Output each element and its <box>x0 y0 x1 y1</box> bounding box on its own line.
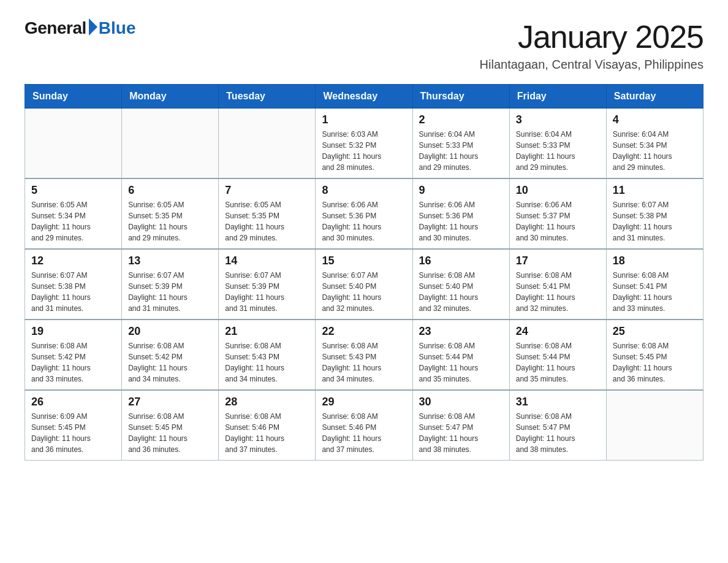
calendar-cell: 15Sunrise: 6:07 AM Sunset: 5:40 PM Dayli… <box>316 249 412 320</box>
day-number: 13 <box>128 255 212 267</box>
calendar-cell: 28Sunrise: 6:08 AM Sunset: 5:46 PM Dayli… <box>219 390 316 461</box>
day-number: 29 <box>322 396 406 408</box>
day-number: 26 <box>31 396 115 408</box>
calendar-cell: 25Sunrise: 6:08 AM Sunset: 5:45 PM Dayli… <box>606 320 703 390</box>
day-info: Sunrise: 6:08 AM Sunset: 5:40 PM Dayligh… <box>419 270 503 314</box>
day-number: 19 <box>31 325 115 338</box>
column-header-monday: Monday <box>122 85 219 109</box>
day-info: Sunrise: 6:06 AM Sunset: 5:36 PM Dayligh… <box>322 199 406 243</box>
day-info: Sunrise: 6:07 AM Sunset: 5:39 PM Dayligh… <box>128 270 212 314</box>
day-number: 1 <box>322 113 406 126</box>
day-number: 23 <box>419 325 503 338</box>
calendar-cell: 22Sunrise: 6:08 AM Sunset: 5:43 PM Dayli… <box>316 320 412 390</box>
column-header-thursday: Thursday <box>412 85 509 109</box>
day-info: Sunrise: 6:04 AM Sunset: 5:33 PM Dayligh… <box>516 129 600 173</box>
day-number: 2 <box>419 113 503 126</box>
day-info: Sunrise: 6:06 AM Sunset: 5:36 PM Dayligh… <box>419 199 503 243</box>
day-info: Sunrise: 6:08 AM Sunset: 5:47 PM Dayligh… <box>516 411 600 455</box>
calendar-cell: 9Sunrise: 6:06 AM Sunset: 5:36 PM Daylig… <box>412 178 509 249</box>
calendar-cell: 11Sunrise: 6:07 AM Sunset: 5:38 PM Dayli… <box>606 178 703 249</box>
day-info: Sunrise: 6:07 AM Sunset: 5:40 PM Dayligh… <box>322 270 406 314</box>
day-number: 25 <box>613 325 697 338</box>
day-number: 3 <box>516 113 600 126</box>
calendar-cell: 12Sunrise: 6:07 AM Sunset: 5:38 PM Dayli… <box>25 249 122 320</box>
day-number: 9 <box>419 184 503 197</box>
calendar-cell: 26Sunrise: 6:09 AM Sunset: 5:45 PM Dayli… <box>25 390 122 461</box>
day-number: 8 <box>322 184 406 197</box>
day-number: 16 <box>419 255 503 267</box>
day-number: 28 <box>225 396 309 408</box>
calendar-week-row: 1Sunrise: 6:03 AM Sunset: 5:32 PM Daylig… <box>25 109 703 179</box>
day-number: 5 <box>31 184 115 197</box>
calendar-week-row: 19Sunrise: 6:08 AM Sunset: 5:42 PM Dayli… <box>25 320 703 390</box>
day-number: 11 <box>613 184 697 197</box>
calendar-cell: 7Sunrise: 6:05 AM Sunset: 5:35 PM Daylig… <box>219 178 316 249</box>
day-info: Sunrise: 6:08 AM Sunset: 5:46 PM Dayligh… <box>322 411 406 455</box>
calendar-cell: 8Sunrise: 6:06 AM Sunset: 5:36 PM Daylig… <box>316 178 412 249</box>
calendar-cell: 31Sunrise: 6:08 AM Sunset: 5:47 PM Dayli… <box>509 390 606 461</box>
location-subtitle: Hilantagaan, Central Visayas, Philippine… <box>480 58 703 72</box>
calendar-cell: 21Sunrise: 6:08 AM Sunset: 5:43 PM Dayli… <box>219 320 316 390</box>
day-info: Sunrise: 6:04 AM Sunset: 5:33 PM Dayligh… <box>419 129 503 173</box>
calendar-cell <box>606 390 703 461</box>
calendar-cell: 14Sunrise: 6:07 AM Sunset: 5:39 PM Dayli… <box>219 249 316 320</box>
day-number: 21 <box>225 325 309 338</box>
calendar-cell: 20Sunrise: 6:08 AM Sunset: 5:42 PM Dayli… <box>122 320 219 390</box>
column-header-sunday: Sunday <box>25 85 122 109</box>
column-header-saturday: Saturday <box>606 85 703 109</box>
column-header-friday: Friday <box>509 85 606 109</box>
day-info: Sunrise: 6:05 AM Sunset: 5:35 PM Dayligh… <box>128 199 212 243</box>
day-number: 22 <box>322 325 406 338</box>
calendar-week-row: 12Sunrise: 6:07 AM Sunset: 5:38 PM Dayli… <box>25 249 703 320</box>
calendar-cell: 27Sunrise: 6:08 AM Sunset: 5:45 PM Dayli… <box>122 390 219 461</box>
day-number: 30 <box>419 396 503 408</box>
day-number: 10 <box>516 184 600 197</box>
logo: General Blue <box>25 18 135 38</box>
day-number: 12 <box>31 255 115 267</box>
calendar-cell: 23Sunrise: 6:08 AM Sunset: 5:44 PM Dayli… <box>412 320 509 390</box>
calendar-cell: 29Sunrise: 6:08 AM Sunset: 5:46 PM Dayli… <box>316 390 412 461</box>
day-info: Sunrise: 6:08 AM Sunset: 5:44 PM Dayligh… <box>419 340 503 385</box>
day-info: Sunrise: 6:03 AM Sunset: 5:32 PM Dayligh… <box>322 129 406 173</box>
day-info: Sunrise: 6:08 AM Sunset: 5:47 PM Dayligh… <box>419 411 503 455</box>
calendar-cell <box>219 109 316 179</box>
day-info: Sunrise: 6:08 AM Sunset: 5:46 PM Dayligh… <box>225 411 309 455</box>
calendar-cell: 18Sunrise: 6:08 AM Sunset: 5:41 PM Dayli… <box>606 249 703 320</box>
day-number: 20 <box>128 325 212 338</box>
column-header-wednesday: Wednesday <box>316 85 412 109</box>
calendar-week-row: 5Sunrise: 6:05 AM Sunset: 5:34 PM Daylig… <box>25 178 703 249</box>
day-number: 31 <box>516 396 600 408</box>
day-info: Sunrise: 6:08 AM Sunset: 5:43 PM Dayligh… <box>322 340 406 385</box>
calendar-cell: 4Sunrise: 6:04 AM Sunset: 5:34 PM Daylig… <box>606 109 703 179</box>
day-info: Sunrise: 6:04 AM Sunset: 5:34 PM Dayligh… <box>613 129 697 173</box>
calendar-cell: 17Sunrise: 6:08 AM Sunset: 5:41 PM Dayli… <box>509 249 606 320</box>
calendar-cell: 16Sunrise: 6:08 AM Sunset: 5:40 PM Dayli… <box>412 249 509 320</box>
calendar-cell: 19Sunrise: 6:08 AM Sunset: 5:42 PM Dayli… <box>25 320 122 390</box>
day-info: Sunrise: 6:07 AM Sunset: 5:38 PM Dayligh… <box>31 270 115 314</box>
day-info: Sunrise: 6:05 AM Sunset: 5:35 PM Dayligh… <box>225 199 309 243</box>
day-info: Sunrise: 6:05 AM Sunset: 5:34 PM Dayligh… <box>31 199 115 243</box>
day-info: Sunrise: 6:08 AM Sunset: 5:41 PM Dayligh… <box>613 270 697 314</box>
calendar-cell: 10Sunrise: 6:06 AM Sunset: 5:37 PM Dayli… <box>509 178 606 249</box>
calendar-cell: 2Sunrise: 6:04 AM Sunset: 5:33 PM Daylig… <box>412 109 509 179</box>
calendar-header-row: SundayMondayTuesdayWednesdayThursdayFrid… <box>25 85 703 109</box>
logo-blue-text: Blue <box>99 18 136 38</box>
day-info: Sunrise: 6:06 AM Sunset: 5:37 PM Dayligh… <box>516 199 600 243</box>
day-number: 15 <box>322 255 406 267</box>
page-header: General Blue January 2025 Hilantagaan, C… <box>25 18 703 72</box>
title-section: January 2025 Hilantagaan, Central Visaya… <box>480 18 703 72</box>
day-info: Sunrise: 6:07 AM Sunset: 5:38 PM Dayligh… <box>613 199 697 243</box>
day-info: Sunrise: 6:09 AM Sunset: 5:45 PM Dayligh… <box>31 411 115 455</box>
day-number: 6 <box>128 184 212 197</box>
calendar-week-row: 26Sunrise: 6:09 AM Sunset: 5:45 PM Dayli… <box>25 390 703 461</box>
day-number: 7 <box>225 184 309 197</box>
day-number: 18 <box>613 255 697 267</box>
calendar-cell <box>25 109 122 179</box>
day-info: Sunrise: 6:08 AM Sunset: 5:41 PM Dayligh… <box>516 270 600 314</box>
calendar-cell: 13Sunrise: 6:07 AM Sunset: 5:39 PM Dayli… <box>122 249 219 320</box>
logo-general-text: General <box>25 18 86 38</box>
logo-triangle-icon <box>89 18 97 36</box>
calendar-table: SundayMondayTuesdayWednesdayThursdayFrid… <box>25 84 703 461</box>
calendar-cell: 6Sunrise: 6:05 AM Sunset: 5:35 PM Daylig… <box>122 178 219 249</box>
day-info: Sunrise: 6:08 AM Sunset: 5:45 PM Dayligh… <box>128 411 212 455</box>
